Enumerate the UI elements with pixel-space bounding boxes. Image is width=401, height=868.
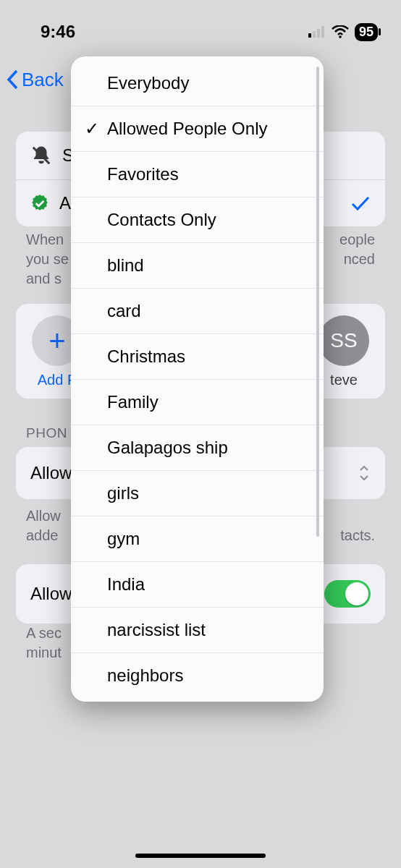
help-frag: When xyxy=(26,230,64,250)
allow-calls-dropdown: Everybody✓Allowed People OnlyFavoritesCo… xyxy=(71,56,324,702)
chevron-left-icon xyxy=(6,69,20,90)
help-frag: minut xyxy=(26,644,62,660)
dropdown-item[interactable]: narcissist list xyxy=(71,608,324,653)
dropdown-item[interactable]: girls xyxy=(71,471,324,516)
toggle-knob xyxy=(345,582,368,605)
allowed-label: A xyxy=(59,193,71,213)
repeated-calls-toggle[interactable] xyxy=(324,580,371,608)
allow-calls-label: Allow xyxy=(30,463,72,483)
avatar-initials: SS xyxy=(330,329,357,352)
avatar-circle: SS xyxy=(318,315,369,366)
avatar-name: teve xyxy=(330,372,358,388)
dropdown-item-label: Favorites xyxy=(107,164,179,184)
help-frag: adde xyxy=(26,526,59,545)
dropdown-item[interactable]: Family xyxy=(71,380,324,425)
svg-rect-2 xyxy=(317,29,320,38)
dropdown-item-label: card xyxy=(107,301,141,321)
help-frag: A sec xyxy=(26,625,62,641)
dropdown-list: Everybody✓Allowed People OnlyFavoritesCo… xyxy=(71,56,324,702)
dropdown-item[interactable]: Contacts Only xyxy=(71,197,324,243)
dropdown-item-label: Allowed People Only xyxy=(107,119,267,139)
chevron-updown-icon xyxy=(358,464,371,482)
svg-rect-0 xyxy=(308,33,311,38)
dropdown-item[interactable]: Everybody xyxy=(71,61,324,106)
dropdown-item-label: gym xyxy=(107,529,140,549)
dropdown-item[interactable]: India xyxy=(71,562,324,608)
home-indicator[interactable] xyxy=(135,854,266,858)
svg-point-4 xyxy=(339,35,342,38)
checkmark-icon xyxy=(350,195,371,212)
dropdown-item-label: Everybody xyxy=(107,73,189,93)
battery-level: 95 xyxy=(359,25,373,40)
dropdown-item[interactable]: Galapagos ship xyxy=(71,425,324,471)
back-label: Back xyxy=(22,69,64,91)
dropdown-item-label: Galapagos ship xyxy=(107,438,228,458)
svg-rect-3 xyxy=(321,26,324,38)
dropdown-item-label: narcissist list xyxy=(107,620,206,640)
dropdown-item-label: India xyxy=(107,574,145,595)
back-button[interactable]: Back xyxy=(6,69,64,91)
status-icons: 95 xyxy=(308,23,378,41)
dropdown-item[interactable]: gym xyxy=(71,516,324,562)
scrollbar[interactable] xyxy=(316,67,319,537)
svg-rect-1 xyxy=(313,31,316,38)
bell-off-icon xyxy=(30,145,52,166)
checkmark-icon: ✓ xyxy=(84,119,100,139)
status-bar: 9:46 95 xyxy=(0,0,401,46)
verified-badge-icon xyxy=(30,194,49,213)
dropdown-item[interactable]: blind xyxy=(71,243,324,289)
dropdown-item-label: Family xyxy=(107,392,159,412)
wifi-icon xyxy=(332,25,349,38)
battery-badge: 95 xyxy=(355,23,378,41)
cellular-icon xyxy=(308,26,326,38)
dropdown-item[interactable]: ✓Allowed People Only xyxy=(71,106,324,152)
dropdown-item[interactable]: Favorites xyxy=(71,152,324,197)
help-frag: eople xyxy=(339,230,375,250)
dropdown-item-label: blind xyxy=(107,255,144,276)
help-frag: Allow xyxy=(26,508,61,524)
dropdown-item-label: Christmas xyxy=(107,346,185,367)
status-time: 9:46 xyxy=(41,22,75,42)
help-frag: and s xyxy=(26,271,62,286)
dropdown-item-label: girls xyxy=(107,483,139,503)
help-frag: nced xyxy=(344,250,375,269)
help-frag: tacts. xyxy=(340,526,375,545)
dropdown-item-label: neighbors xyxy=(107,665,183,686)
dropdown-item[interactable]: neighbors xyxy=(71,653,324,698)
repeated-calls-label: Allow xyxy=(30,584,72,604)
dropdown-item[interactable]: card xyxy=(71,289,324,334)
help-frag: you se xyxy=(26,250,69,269)
dropdown-item-label: Contacts Only xyxy=(107,210,216,230)
dropdown-item[interactable]: Christmas xyxy=(71,334,324,380)
